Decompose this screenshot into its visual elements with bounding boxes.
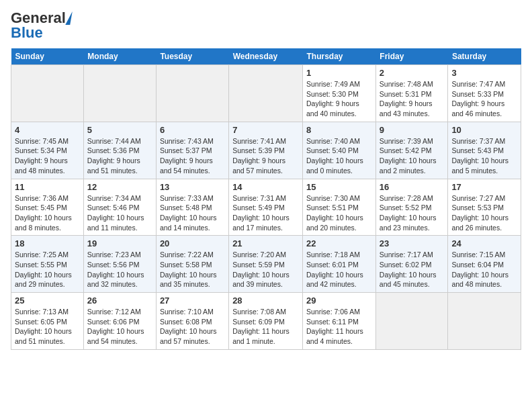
day-number: 8 [306,125,372,135]
calendar-cell: 4Sunrise: 7:45 AMSunset: 5:34 PMDaylight… [11,122,84,179]
calendar-cell: 14Sunrise: 7:31 AMSunset: 5:49 PMDayligh… [229,179,303,236]
calendar-cell: 19Sunrise: 7:23 AMSunset: 5:56 PMDayligh… [83,236,156,293]
day-number: 20 [160,238,225,248]
calendar-table: SundayMondayTuesdayWednesdayThursdayFrid… [11,48,521,350]
col-header-wednesday: Wednesday [229,48,303,65]
logo: General Blue [11,11,71,40]
calendar-cell: 3Sunrise: 7:47 AMSunset: 5:33 PMDaylight… [448,65,521,122]
day-info: Sunrise: 7:28 AMSunset: 5:52 PMDaylight:… [380,193,445,233]
calendar-cell: 12Sunrise: 7:34 AMSunset: 5:46 PMDayligh… [83,179,156,236]
calendar-cell: 2Sunrise: 7:48 AMSunset: 5:31 PMDaylight… [375,65,448,122]
week-row-5: 25Sunrise: 7:13 AMSunset: 6:05 PMDayligh… [11,293,521,350]
day-info: Sunrise: 7:30 AMSunset: 5:51 PMDaylight:… [306,193,372,233]
day-number: 28 [232,295,299,306]
day-info: Sunrise: 7:47 AMSunset: 5:33 PMDaylight:… [451,79,517,119]
day-info: Sunrise: 7:43 AMSunset: 5:37 PMDaylight:… [160,136,225,176]
day-number: 7 [232,125,299,135]
day-number: 2 [380,68,445,78]
calendar-cell: 21Sunrise: 7:20 AMSunset: 5:59 PMDayligh… [229,236,303,293]
day-number: 5 [87,125,152,135]
day-number: 19 [87,238,152,248]
day-info: Sunrise: 7:12 AMSunset: 6:06 PMDaylight:… [87,307,152,347]
calendar-cell: 16Sunrise: 7:28 AMSunset: 5:52 PMDayligh… [375,179,448,236]
day-info: Sunrise: 7:18 AMSunset: 6:01 PMDaylight:… [306,250,372,289]
day-info: Sunrise: 7:23 AMSunset: 5:56 PMDaylight:… [87,250,152,289]
calendar-cell [11,65,84,122]
col-header-sunday: Sunday [11,48,84,65]
day-number: 17 [451,182,517,192]
day-info: Sunrise: 7:13 AMSunset: 6:05 PMDaylight:… [15,307,80,347]
day-number: 3 [451,68,517,78]
day-info: Sunrise: 7:39 AMSunset: 5:42 PMDaylight:… [380,136,445,176]
day-info: Sunrise: 7:48 AMSunset: 5:31 PMDaylight:… [380,79,445,119]
day-number: 4 [15,125,80,135]
day-info: Sunrise: 7:17 AMSunset: 6:02 PMDaylight:… [380,250,445,289]
calendar-cell: 23Sunrise: 7:17 AMSunset: 6:02 PMDayligh… [375,236,448,293]
logo-text-blue: Blue [11,26,43,40]
header-row: SundayMondayTuesdayWednesdayThursdayFrid… [11,48,521,65]
calendar-cell: 6Sunrise: 7:43 AMSunset: 5:37 PMDaylight… [156,122,228,179]
day-number: 1 [306,68,372,78]
day-number: 21 [232,238,299,248]
calendar-cell: 22Sunrise: 7:18 AMSunset: 6:01 PMDayligh… [303,236,376,293]
day-number: 6 [160,125,225,135]
day-number: 12 [87,182,152,192]
day-info: Sunrise: 7:34 AMSunset: 5:46 PMDaylight:… [87,193,152,233]
day-info: Sunrise: 7:33 AMSunset: 5:48 PMDaylight:… [160,193,225,233]
day-number: 13 [160,182,225,192]
calendar-cell [375,293,448,350]
day-number: 16 [380,182,445,192]
calendar-cell: 20Sunrise: 7:22 AMSunset: 5:58 PMDayligh… [156,236,228,293]
col-header-friday: Friday [375,48,448,65]
day-number: 24 [451,238,517,248]
day-info: Sunrise: 7:45 AMSunset: 5:34 PMDaylight:… [15,136,80,176]
day-number: 9 [380,125,445,135]
day-info: Sunrise: 7:36 AMSunset: 5:45 PMDaylight:… [15,193,80,233]
calendar-cell [83,65,156,122]
logo-text-general: General [11,11,66,26]
day-info: Sunrise: 7:10 AMSunset: 6:08 PMDaylight:… [160,307,225,347]
day-number: 26 [87,295,152,306]
day-number: 29 [306,295,372,306]
day-info: Sunrise: 7:37 AMSunset: 5:43 PMDaylight:… [451,136,517,176]
day-number: 11 [15,182,80,192]
day-number: 27 [160,295,225,306]
day-info: Sunrise: 7:31 AMSunset: 5:49 PMDaylight:… [232,193,299,233]
day-info: Sunrise: 7:44 AMSunset: 5:36 PMDaylight:… [87,136,152,176]
calendar-cell: 7Sunrise: 7:41 AMSunset: 5:39 PMDaylight… [229,122,303,179]
col-header-monday: Monday [83,48,156,65]
calendar-cell: 28Sunrise: 7:08 AMSunset: 6:09 PMDayligh… [229,293,303,350]
week-row-4: 18Sunrise: 7:25 AMSunset: 5:55 PMDayligh… [11,236,521,293]
calendar-cell: 25Sunrise: 7:13 AMSunset: 6:05 PMDayligh… [11,293,84,350]
page-header: General Blue [11,11,521,40]
week-row-2: 4Sunrise: 7:45 AMSunset: 5:34 PMDaylight… [11,122,521,179]
calendar-cell: 24Sunrise: 7:15 AMSunset: 6:04 PMDayligh… [448,236,521,293]
day-number: 25 [15,295,80,306]
calendar-cell: 8Sunrise: 7:40 AMSunset: 5:40 PMDaylight… [303,122,376,179]
calendar-cell [156,65,228,122]
day-info: Sunrise: 7:15 AMSunset: 6:04 PMDaylight:… [451,250,517,289]
col-header-tuesday: Tuesday [156,48,228,65]
day-number: 18 [15,238,80,248]
day-number: 15 [306,182,372,192]
calendar-cell: 15Sunrise: 7:30 AMSunset: 5:51 PMDayligh… [303,179,376,236]
day-info: Sunrise: 7:08 AMSunset: 6:09 PMDaylight:… [232,307,299,347]
calendar-cell: 17Sunrise: 7:27 AMSunset: 5:53 PMDayligh… [448,179,521,236]
day-info: Sunrise: 7:41 AMSunset: 5:39 PMDaylight:… [232,136,299,176]
day-info: Sunrise: 7:20 AMSunset: 5:59 PMDaylight:… [232,250,299,289]
day-number: 10 [451,125,517,135]
day-info: Sunrise: 7:22 AMSunset: 5:58 PMDaylight:… [160,250,225,289]
calendar-cell: 29Sunrise: 7:06 AMSunset: 6:11 PMDayligh… [303,293,376,350]
col-header-saturday: Saturday [448,48,521,65]
calendar-cell: 27Sunrise: 7:10 AMSunset: 6:08 PMDayligh… [156,293,228,350]
day-info: Sunrise: 7:27 AMSunset: 5:53 PMDaylight:… [451,193,517,233]
calendar-cell: 11Sunrise: 7:36 AMSunset: 5:45 PMDayligh… [11,179,84,236]
day-info: Sunrise: 7:40 AMSunset: 5:40 PMDaylight:… [306,136,372,176]
day-info: Sunrise: 7:25 AMSunset: 5:55 PMDaylight:… [15,250,80,289]
calendar-cell: 9Sunrise: 7:39 AMSunset: 5:42 PMDaylight… [375,122,448,179]
calendar-cell: 18Sunrise: 7:25 AMSunset: 5:55 PMDayligh… [11,236,84,293]
day-number: 23 [380,238,445,248]
week-row-1: 1Sunrise: 7:49 AMSunset: 5:30 PMDaylight… [11,65,521,122]
calendar-cell: 1Sunrise: 7:49 AMSunset: 5:30 PMDaylight… [303,65,376,122]
day-number: 14 [232,182,299,192]
